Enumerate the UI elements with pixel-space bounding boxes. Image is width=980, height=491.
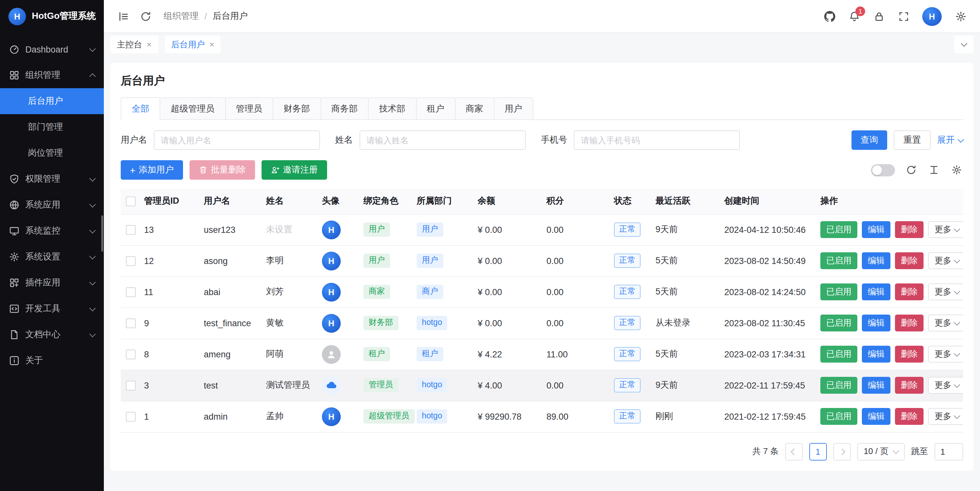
add-user-button[interactable]: +添加用户 — [121, 160, 183, 180]
row-checkbox[interactable] — [126, 256, 136, 266]
page-number-button[interactable]: 1 — [809, 443, 827, 460]
info-icon — [9, 356, 19, 366]
enabled-button[interactable]: 已启用 — [820, 252, 858, 269]
enabled-button[interactable]: 已启用 — [820, 283, 858, 300]
more-button[interactable]: 更多 — [928, 221, 963, 238]
sidebar-item-departments[interactable]: 部门管理 — [0, 114, 104, 140]
sidebar-item-posts[interactable]: 岗位管理 — [0, 140, 104, 166]
tab-backend-users[interactable]: 后台用户× — [164, 36, 221, 53]
page-size-select[interactable]: 10 / 页 — [857, 443, 905, 460]
breadcrumb-item[interactable]: 组织管理 — [164, 10, 199, 22]
enabled-button[interactable]: 已启用 — [820, 315, 858, 331]
row-checkbox[interactable] — [126, 318, 136, 328]
edit-button[interactable]: 编辑 — [862, 315, 891, 331]
tab-console[interactable]: 主控台× — [110, 36, 158, 53]
chevron-down-icon — [954, 381, 960, 388]
sidebar-item-dashboard[interactable]: Dashboard — [0, 37, 104, 62]
row-checkbox[interactable] — [126, 287, 136, 297]
edit-button[interactable]: 编辑 — [862, 221, 891, 238]
lock-screen-icon[interactable] — [869, 6, 889, 27]
delete-button[interactable]: 删除 — [895, 408, 924, 425]
expand-filters-link[interactable]: 展开 — [937, 134, 963, 146]
cell-name: 未设置 — [266, 224, 293, 234]
role-tab-tech[interactable]: 技术部 — [368, 97, 416, 119]
jump-page-input[interactable] — [935, 443, 963, 460]
more-button[interactable]: 更多 — [928, 315, 963, 331]
role-tab-all[interactable]: 全部 — [121, 97, 160, 119]
refresh-page-icon[interactable] — [135, 6, 156, 27]
invite-register-button[interactable]: 邀请注册 — [262, 160, 327, 180]
delete-button[interactable]: 删除 — [895, 283, 924, 300]
row-checkbox[interactable] — [126, 412, 136, 422]
more-button[interactable]: 更多 — [928, 283, 963, 300]
edit-button[interactable]: 编辑 — [862, 377, 891, 394]
delete-button[interactable]: 删除 — [895, 377, 924, 394]
plus-icon: + — [130, 165, 136, 175]
close-tab-icon[interactable]: × — [147, 40, 151, 49]
enabled-button[interactable]: 已启用 — [820, 221, 858, 238]
sidebar-item-docs[interactable]: 文档中心 — [0, 322, 104, 348]
row-checkbox[interactable] — [126, 225, 136, 235]
sidebar-item-settings[interactable]: 系统设置 — [0, 244, 104, 270]
sidebar-item-org[interactable]: 组织管理 — [0, 62, 104, 88]
enabled-button[interactable]: 已启用 — [820, 377, 858, 394]
role-tab-user[interactable]: 用户 — [493, 97, 533, 119]
role-tab-finance[interactable]: 财务部 — [273, 97, 321, 119]
app-logo[interactable]: H HotGo管理系统 — [0, 0, 104, 32]
phone-input[interactable] — [574, 130, 740, 150]
sidebar-item-backend-users[interactable]: 后台用户 — [0, 88, 104, 114]
select-all-checkbox[interactable] — [126, 197, 136, 206]
sidebar-item-plugins[interactable]: 插件应用 — [0, 270, 104, 296]
sidebar-item-system-apps[interactable]: 系统应用 — [0, 192, 104, 218]
next-page-button[interactable] — [833, 443, 851, 460]
row-checkbox[interactable] — [126, 381, 136, 391]
edit-button[interactable]: 编辑 — [862, 346, 891, 362]
more-button[interactable]: 更多 — [928, 252, 963, 269]
notifications-bell-icon[interactable]: 1 — [844, 6, 864, 27]
delete-button[interactable]: 删除 — [895, 252, 924, 269]
role-tab-super-admin[interactable]: 超级管理员 — [160, 97, 226, 119]
enabled-button[interactable]: 已启用 — [820, 346, 858, 362]
avatar: H — [322, 251, 341, 270]
search-button[interactable]: 查询 — [851, 130, 887, 150]
striped-toggle[interactable] — [871, 164, 895, 176]
tab-list-chevron-button[interactable] — [954, 36, 974, 53]
more-button[interactable]: 更多 — [928, 346, 963, 362]
settings-gear-icon[interactable] — [950, 6, 971, 27]
row-density-icon[interactable] — [928, 164, 940, 176]
edit-button[interactable]: 编辑 — [862, 252, 891, 269]
edit-button[interactable]: 编辑 — [862, 408, 891, 425]
role-tab-admin[interactable]: 管理员 — [225, 97, 273, 119]
role-tab-business[interactable]: 商务部 — [320, 97, 369, 119]
collapse-sidebar-icon[interactable] — [113, 6, 134, 27]
github-icon[interactable] — [819, 6, 840, 27]
breadcrumb-item[interactable]: 后台用户 — [213, 10, 248, 22]
batch-delete-button[interactable]: 批量删除 — [189, 160, 255, 180]
user-avatar[interactable]: H — [922, 7, 942, 25]
sidebar-item-about[interactable]: 关于 — [0, 348, 104, 373]
username-input[interactable] — [153, 130, 320, 150]
role-tab-merchant[interactable]: 商家 — [455, 97, 494, 119]
sidebar-scrollbar[interactable] — [101, 215, 103, 252]
reset-button[interactable]: 重置 — [894, 130, 931, 150]
enabled-button[interactable]: 已启用 — [820, 408, 858, 425]
delete-button[interactable]: 删除 — [895, 221, 924, 238]
prev-page-button[interactable] — [785, 443, 802, 460]
more-button[interactable]: 更多 — [928, 408, 963, 425]
row-checkbox[interactable] — [126, 350, 136, 359]
sidebar-item-devtools[interactable]: 开发工具 — [0, 296, 104, 322]
name-input[interactable] — [359, 130, 525, 150]
fullscreen-icon[interactable] — [893, 6, 914, 27]
more-button[interactable]: 更多 — [928, 377, 963, 394]
sidebar-item-monitoring[interactable]: 系统监控 — [0, 218, 104, 244]
delete-button[interactable]: 删除 — [895, 346, 924, 362]
cell-checkbox — [121, 307, 144, 338]
close-tab-icon[interactable]: × — [209, 40, 214, 49]
row-actions: 已启用编辑删除更多 — [820, 283, 959, 300]
role-tab-tenant[interactable]: 租户 — [416, 97, 455, 119]
column-settings-icon[interactable] — [950, 164, 963, 176]
reload-table-icon[interactable] — [905, 164, 918, 176]
edit-button[interactable]: 编辑 — [862, 283, 891, 300]
delete-button[interactable]: 删除 — [895, 315, 924, 331]
sidebar-item-permissions[interactable]: 权限管理 — [0, 166, 104, 192]
